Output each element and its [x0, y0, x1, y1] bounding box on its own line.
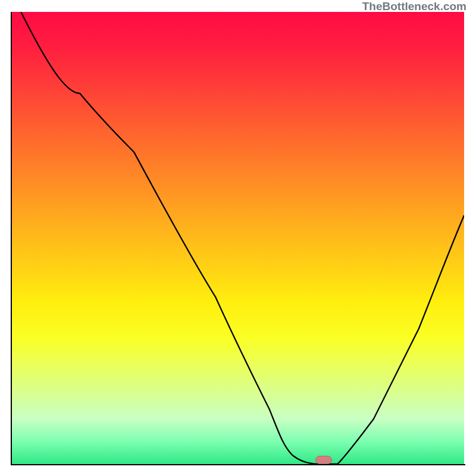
- attribution-text: TheBottleneck.com: [362, 0, 466, 13]
- optimal-point-marker: [315, 456, 332, 464]
- curve-layer: [12, 12, 464, 464]
- plot-area: [12, 12, 464, 464]
- chart-container: TheBottleneck.com: [0, 0, 476, 476]
- bottleneck-curve: [21, 12, 464, 464]
- y-axis: [11, 12, 12, 465]
- x-axis: [11, 464, 465, 465]
